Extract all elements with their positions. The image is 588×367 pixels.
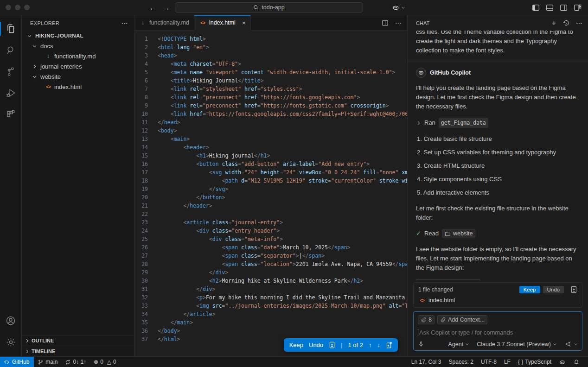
code-line-30[interactable]: 30 <h2>Morning hike at Skyline Wildernes… [134, 277, 407, 285]
code-line-14[interactable]: 14 <header> [134, 143, 407, 152]
chat-more-actions[interactable]: ⋯ [576, 19, 582, 27]
diff-file-icon[interactable] [329, 342, 335, 348]
command-center-search[interactable]: todo-app [175, 2, 363, 13]
code-line-7[interactable]: 7 <link rel="stylesheet" href="styles.cs… [134, 85, 407, 93]
extensions-icon[interactable] [0, 103, 22, 125]
back-button[interactable]: ← [149, 4, 156, 12]
code-line-11[interactable]: 11</head> [134, 118, 407, 127]
close-window-icon[interactable] [6, 5, 11, 10]
code-line-4[interactable]: 4 <meta charset="UTF-8"> [134, 60, 407, 68]
add-context-chip[interactable]: Add Context... [437, 315, 487, 324]
notifications-bell[interactable] [569, 357, 583, 367]
tree-item-index-html[interactable]: <>index.html [22, 82, 134, 92]
previous-change-arrow[interactable]: ↑ [369, 342, 372, 348]
customize-layout-icon[interactable] [574, 4, 582, 12]
code-line-27[interactable]: 27 <span class="separator">|</span> [134, 252, 407, 260]
code-line-3[interactable]: 3<head> [134, 51, 407, 60]
tool-call-read[interactable]: ✓ Read website [416, 229, 580, 238]
code-line-34[interactable]: 34 </article> [134, 310, 407, 318]
window-controls[interactable] [6, 5, 30, 10]
code-line-33[interactable]: 33 <img src="../journal-enteries/images/… [134, 302, 407, 310]
eol-setting[interactable]: LF [500, 357, 514, 367]
code-line-10[interactable]: 10 <link href="https://fonts.googleapis.… [134, 110, 407, 118]
tree-item-website[interactable]: website [22, 71, 134, 82]
split-editor-icon[interactable] [382, 19, 389, 26]
forward-button[interactable]: → [163, 4, 170, 12]
open-diff-icon[interactable] [386, 342, 392, 348]
code-line-18[interactable]: 18 <path d="M12 5V19M5 12H19" stroke="cu… [134, 177, 407, 185]
undo-change-button[interactable]: Undo [309, 342, 323, 348]
code-line-25[interactable]: 25 <div class="meta-info"> [134, 235, 407, 243]
toggle-primary-sidebar-icon[interactable] [532, 4, 540, 12]
code-line-2[interactable]: 2<html lang="en"> [134, 43, 407, 51]
tree-item-docs[interactable]: docs [22, 41, 134, 51]
changed-file-row[interactable]: <> index.html [418, 297, 577, 304]
code-line-22[interactable]: 22 [134, 210, 407, 218]
next-change-arrow[interactable]: ↓ [377, 342, 381, 348]
code-line-17[interactable]: 17 <svg width="24" height="24" viewBox="… [134, 168, 407, 177]
code-line-1[interactable]: 1<!DOCTYPE html> [134, 35, 407, 43]
code-line-31[interactable]: 31 </div> [134, 285, 407, 293]
code-line-13[interactable]: 13 <main> [134, 135, 407, 143]
source-control-icon[interactable] [0, 61, 22, 82]
copilot-status[interactable] [555, 357, 569, 367]
model-selector[interactable]: Claude 3.7 Sonnet (Preview) [477, 341, 557, 348]
code-editor[interactable]: 1<!DOCTYPE html>2<html lang="en">3<head>… [134, 31, 407, 356]
code-line-5[interactable]: 5 <meta name="viewport" content="width=d… [134, 68, 407, 76]
code-line-23[interactable]: 23 <article class="journal-entry"> [134, 218, 407, 227]
code-line-32[interactable]: 32 <p>For my hike this morning I did the… [134, 293, 407, 302]
read-target-chip[interactable]: website [442, 229, 475, 238]
tree-item-functionality-md[interactable]: ↓functionality.md [22, 51, 134, 61]
code-line-6[interactable]: 6 <title>Hiking Journal</title> [134, 76, 407, 85]
chat-input[interactable] [418, 329, 578, 336]
code-line-36[interactable]: 36</body> [134, 327, 407, 335]
explorer-icon[interactable] [0, 18, 22, 39]
cursor-position[interactable]: Ln 17, Col 3 [408, 357, 445, 367]
view-diff-icon[interactable] [570, 286, 577, 293]
code-line-29[interactable]: 29 </div> [134, 268, 407, 277]
close-tab-icon[interactable]: × [242, 19, 246, 26]
tree-item-journal-enteries[interactable]: journal-enteries [22, 61, 134, 71]
toggle-secondary-sidebar-icon[interactable] [560, 4, 568, 12]
run-debug-icon[interactable] [0, 82, 22, 103]
keep-all-button[interactable]: Keep [519, 286, 540, 293]
search-view-icon[interactable] [0, 39, 22, 61]
code-line-26[interactable]: 26 <span class="date">March 10, 2025</sp… [134, 243, 407, 252]
sync-indicator[interactable]: 0↓ 1↑ [61, 357, 90, 367]
language-mode[interactable]: { } TypeScript [514, 357, 555, 367]
chat-history-icon[interactable] [562, 19, 569, 26]
minimize-window-icon[interactable] [15, 5, 20, 10]
timeline-section[interactable]: TIMELINE [22, 346, 134, 356]
accounts-icon[interactable] [0, 310, 22, 331]
send-icon[interactable] [564, 341, 571, 348]
code-line-8[interactable]: 8 <link rel="preconnect" href="https://f… [134, 93, 407, 101]
tab-functionality-md[interactable]: ↓ functionality.md [134, 15, 194, 30]
code-line-16[interactable]: 16 <button class="add-button" aria-label… [134, 160, 407, 168]
code-line-28[interactable]: 28 <span class="location">2201 Imola Ave… [134, 260, 407, 268]
new-chat-icon[interactable]: + [552, 19, 556, 27]
tree-item-hiking-journal[interactable]: HIKING-JOURNAL [22, 31, 134, 41]
code-line-35[interactable]: 35 </main> [134, 318, 407, 327]
code-line-15[interactable]: 15 <h1>Hiking journal</h1> [134, 152, 407, 160]
code-line-21[interactable]: 21 </header> [134, 202, 407, 210]
mode-selector[interactable]: Agent [448, 341, 470, 348]
tab-index-html[interactable]: <> index.html × [194, 15, 251, 31]
code-line-24[interactable]: 24 <div class="entry-header"> [134, 227, 407, 235]
explorer-more-actions[interactable]: ⋯ [121, 19, 128, 27]
undo-all-button[interactable]: Undo [543, 286, 564, 293]
keep-change-button[interactable]: Keep [289, 342, 303, 348]
code-line-19[interactable]: 19 </svg> [134, 185, 407, 193]
branch-indicator[interactable]: main [34, 357, 61, 367]
tool-call-ran[interactable]: Ran get_Figma_data [416, 118, 580, 128]
code-line-12[interactable]: 12<body> [134, 127, 407, 135]
code-line-20[interactable]: 20 </button> [134, 193, 407, 202]
remote-indicator[interactable]: GitHub [0, 357, 34, 367]
microphone-icon[interactable] [418, 341, 424, 348]
problems-indicator[interactable]: ⊗ 0 △ 0 [90, 357, 120, 367]
maximize-window-icon[interactable] [24, 5, 30, 10]
settings-gear-icon[interactable] [0, 331, 22, 353]
code-line-9[interactable]: 9 <link rel="preconnect" href="https://f… [134, 101, 407, 110]
indentation-setting[interactable]: Spaces: 2 [445, 357, 477, 367]
outline-section[interactable]: OUTLINE [22, 335, 134, 346]
attachments-chip[interactable]: 8 [418, 315, 435, 324]
